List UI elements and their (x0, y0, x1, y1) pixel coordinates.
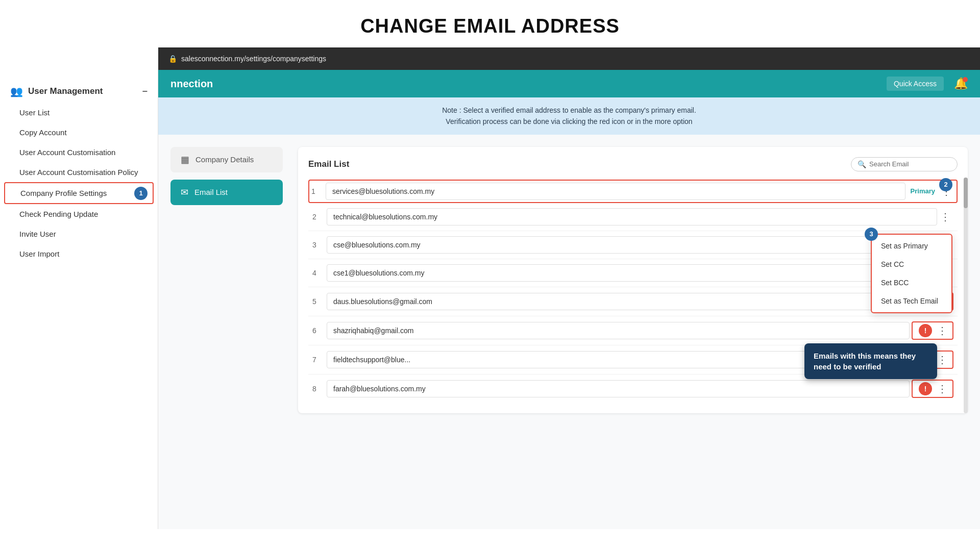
note-banner: Note : Select a verified email address t… (158, 97, 980, 135)
top-navbar: nnection Quick Access 🔔 (158, 70, 980, 97)
row-num-7: 7 (312, 356, 327, 364)
row-num-1: 1 (311, 187, 326, 195)
grid-icon: ▦ (181, 154, 189, 165)
email-icon: ✉ (181, 187, 188, 198)
note-line1: Note : Select a verified email address t… (170, 105, 968, 116)
row-num-3: 3 (312, 241, 327, 249)
three-dot-btn-1[interactable]: ⋮ 2 (938, 184, 954, 198)
email-row-1: 1 Primary ⋮ 2 (308, 180, 958, 203)
tooltip-bubble: Emails with this means they need to be v… (804, 343, 937, 379)
sidebar-section-header: 👥 User Management − (0, 80, 158, 103)
page-title: CHANGE EMAIL ADDRESS (0, 0, 980, 47)
sidebar-item-check-pending-update[interactable]: Check Pending Update (0, 204, 158, 224)
browser-url: salesconnection.my/settings/companysetti… (181, 55, 326, 63)
verify-btn-6[interactable]: ! (919, 324, 932, 337)
sidebar-section-title: User Management (28, 86, 103, 96)
dropdown-menu: 3 Set as Primary Set CC Set BCC Set as T… (871, 234, 952, 313)
dropdown-item-set-bcc[interactable]: Set BCC (872, 273, 951, 292)
email-row-2-container: 2 ⋮ 3 Set as Primary Set CC Set BCC Set … (308, 203, 958, 231)
brand-label: nnection (170, 78, 213, 90)
email-row-5: 5 ! ⋮ (308, 287, 958, 316)
users-icon: 👥 (10, 85, 23, 97)
search-input[interactable] (869, 160, 951, 168)
email-row-7: 7 ! ⋮ Emails with this means they need t… (308, 345, 958, 374)
navbar-right: Quick Access 🔔 (887, 77, 968, 91)
note-line2: Verification process can be done via cli… (170, 116, 968, 127)
badge-2: 2 (939, 178, 952, 191)
row-num-8: 8 (312, 385, 327, 393)
tab-email-list[interactable]: ✉ Email List (170, 180, 283, 205)
dropdown-item-set-primary[interactable]: Set as Primary (872, 237, 951, 255)
left-tabs: ▦ Company Details ✉ Email List (170, 147, 283, 413)
email-panel-header: Email List 🔍 (308, 157, 958, 171)
dropdown-item-set-cc[interactable]: Set CC (872, 255, 951, 273)
email-field-6[interactable] (327, 322, 910, 339)
sidebar-item-user-list[interactable]: User List (0, 103, 158, 122)
badge-3: 3 (865, 228, 878, 241)
main-content: nnection Quick Access 🔔 Note : Select a … (158, 70, 980, 529)
search-icon: 🔍 (857, 160, 866, 168)
row-num-6: 6 (312, 327, 327, 335)
quick-access-button[interactable]: Quick Access (887, 77, 944, 91)
sidebar-item-company-profile-settings[interactable]: Company Profile Settings 1 (4, 182, 154, 204)
sidebar-item-user-import[interactable]: User Import (0, 244, 158, 264)
search-box: 🔍 (851, 157, 958, 171)
three-dot-btn-2[interactable]: ⋮ (937, 210, 953, 224)
email-row-2: 2 ⋮ (308, 203, 958, 231)
sidebar-item-user-account-customisation[interactable]: User Account Customisation (0, 142, 158, 162)
app-layout: 👥 User Management − User List Copy Accou… (0, 70, 980, 529)
browser-bar: 🔒 salesconnection.my/settings/companyset… (158, 47, 980, 70)
content-area: ▦ Company Details ✉ Email List Email Lis… (158, 135, 980, 425)
email-field-1[interactable] (326, 183, 905, 200)
email-field-3[interactable] (327, 236, 937, 254)
row-num-2: 2 (312, 213, 327, 221)
notif-dot (963, 77, 968, 82)
scroll-thumb[interactable] (964, 178, 968, 208)
lock-icon: 🔒 (168, 55, 177, 63)
verify-btn-8[interactable]: ! (919, 382, 932, 395)
sidebar: 👥 User Management − User List Copy Accou… (0, 70, 158, 529)
email-row-6: 6 ! ⋮ (308, 316, 958, 345)
email-field-2[interactable] (327, 208, 937, 226)
three-dot-btn-6[interactable]: ⋮ (934, 323, 950, 338)
email-row-3: 3 ⋮ (308, 231, 958, 259)
email-list-container: 1 Primary ⋮ 2 2 ⋮ (308, 180, 958, 403)
collapse-icon[interactable]: − (142, 86, 148, 97)
tab-company-details[interactable]: ▦ Company Details (170, 147, 283, 172)
row-num-5: 5 (312, 297, 327, 306)
sidebar-item-user-account-customisation-policy[interactable]: User Account Customisation Policy (0, 162, 158, 182)
badge-1: 1 (134, 187, 148, 200)
three-dot-btn-8[interactable]: ⋮ (934, 382, 950, 396)
row-num-4: 4 (312, 269, 327, 277)
notification-icon[interactable]: 🔔 (954, 77, 968, 90)
primary-badge: Primary (911, 187, 935, 195)
email-field-4[interactable] (327, 264, 937, 282)
email-row-4: 4 ⋮ (308, 259, 958, 287)
email-panel-title: Email List (308, 159, 349, 169)
scrollbar[interactable] (964, 178, 968, 413)
dropdown-item-set-tech-email[interactable]: Set as Tech Email (872, 292, 951, 310)
email-panel: Email List 🔍 1 Primary ⋮ (298, 147, 968, 413)
email-field-5[interactable] (327, 293, 910, 310)
email-field-8[interactable] (327, 380, 910, 397)
sidebar-item-invite-user[interactable]: Invite User (0, 224, 158, 244)
sidebar-item-copy-account[interactable]: Copy Account (0, 122, 158, 142)
